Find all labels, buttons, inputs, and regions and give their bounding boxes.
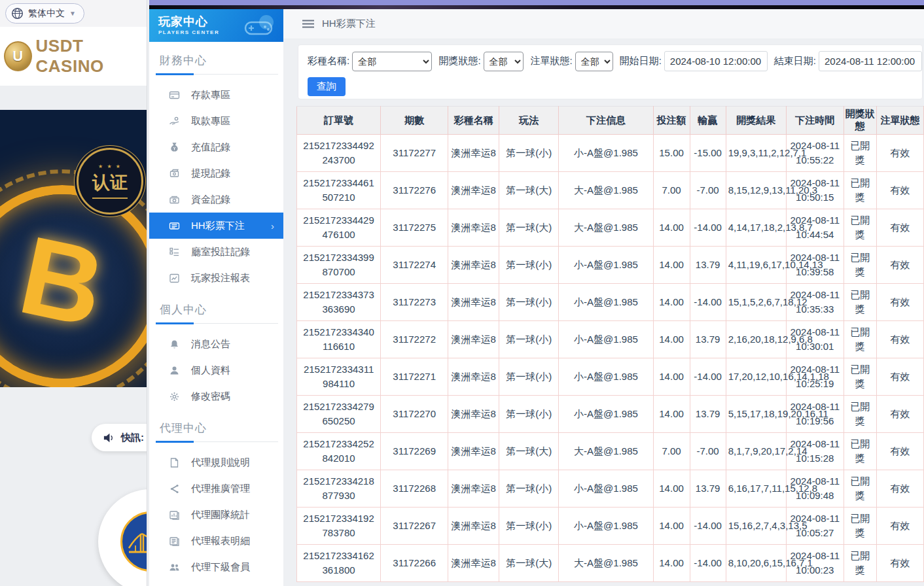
table-cell: -14.00 xyxy=(690,358,726,396)
table-cell: 有效 xyxy=(876,172,923,209)
table-cell: 已開獎 xyxy=(844,470,876,508)
table-cell: 已開獎 xyxy=(844,135,876,172)
coin-logo-icon: U xyxy=(4,41,32,71)
table-cell: 2152172334162361800 xyxy=(297,545,381,582)
hamburger-menu-icon[interactable] xyxy=(302,20,314,28)
table-cell: 有效 xyxy=(876,321,923,358)
cash-icon xyxy=(169,168,180,179)
sidebar-item-moneybag[interactable]: 充值記錄 xyxy=(149,134,283,160)
table-cell: 第一球(大) xyxy=(499,209,559,247)
table-cell: -7.00 xyxy=(690,172,726,209)
sidebar-item-lottery-ticket[interactable]: HH彩票下注› xyxy=(149,213,283,239)
sidebar-item-room-record[interactable]: 廳室投註記錄 xyxy=(149,239,283,265)
sidebar-item-bell[interactable]: 消息公告 xyxy=(149,331,283,357)
player-report-icon xyxy=(169,273,180,284)
table-cell: 第一球(小) xyxy=(499,247,559,284)
sidebar-item-label: 代理下級會員 xyxy=(191,561,250,574)
sidebar-item-cash[interactable]: 提現記錄 xyxy=(149,160,283,186)
bridge-icon xyxy=(120,511,147,572)
table-cell: 13.79 xyxy=(690,321,726,358)
end-date-input[interactable] xyxy=(819,51,922,71)
table-cell: -7.00 xyxy=(690,433,726,470)
sidebar-item-deposit-card[interactable]: 存款專區 xyxy=(149,82,283,108)
table-header-cell: 期數 xyxy=(381,107,448,135)
table-cell: 13.79 xyxy=(690,470,726,508)
sidebar-item-document[interactable]: 代理規則說明 xyxy=(149,449,283,475)
sidebar-item-funds-coin[interactable]: 資金記錄 xyxy=(149,186,283,213)
bets-table-wrap: 訂單號期數彩種名稱玩法下注信息投注額輸贏開獎結果下注時間開獎狀態注單狀態 215… xyxy=(296,106,924,586)
table-cell: 14.00 xyxy=(653,545,690,582)
table-cell: 2152172334492243700 xyxy=(297,135,381,172)
sidebar-item-gear[interactable]: 修改密碼 xyxy=(149,383,283,409)
badge-text: 认证 xyxy=(92,171,128,194)
table-cell: 已開獎 xyxy=(844,508,876,545)
table-cell: 5,15,17,18,19,20,16,11 xyxy=(726,396,786,433)
table-cell: 31172274 xyxy=(381,247,448,284)
table-cell: 2152172334373363690 xyxy=(297,284,381,321)
table-cell: 大-A盤@1.985 xyxy=(559,545,653,582)
draw-status-select[interactable]: 全部 xyxy=(484,52,524,71)
sidebar-item-member-list[interactable]: 會員投註明細 xyxy=(149,580,283,586)
chevron-down-icon: ▼ xyxy=(69,10,76,17)
table-cell: 已開獎 xyxy=(844,321,876,358)
sidebar-item-user[interactable]: 個人資料 xyxy=(149,357,283,383)
table-cell: 澳洲幸运8 xyxy=(448,545,499,582)
sidebar-item-report-detail[interactable]: 代理報表明細 xyxy=(149,528,283,554)
table-cell: 澳洲幸运8 xyxy=(448,321,499,358)
sidebar-item-player-report[interactable]: 玩家投注報表 xyxy=(149,265,283,291)
bitcoin-coin-art: B xyxy=(0,185,147,387)
table-cell: 2152172334218877930 xyxy=(297,470,381,508)
filter-row: 彩種名稱: 全部 開獎狀態: 全部 注單狀態: 全部 開始日期: 結束日期: xyxy=(308,51,922,71)
table-cell: 第一球(小) xyxy=(499,508,559,545)
start-date-label: 開始日期: xyxy=(620,55,662,67)
table-cell: -15.00 xyxy=(690,135,726,172)
sidebar-item-label: 個人資料 xyxy=(191,364,230,377)
table-cell: 有效 xyxy=(876,396,923,433)
bridge-logo-button[interactable] xyxy=(98,489,147,586)
bell-icon xyxy=(169,339,180,350)
table-cell: 8,15,12,9,13,11,20,3 xyxy=(726,172,786,209)
table-cell: 小-A盤@1.985 xyxy=(559,321,653,358)
table-cell: 有效 xyxy=(876,545,923,582)
sidebar-item-share[interactable]: 代理推廣管理 xyxy=(149,475,283,502)
table-cell: 澳洲幸运8 xyxy=(448,508,499,545)
table-cell: 31172266 xyxy=(381,545,448,582)
table-cell: 第一球(小) xyxy=(499,396,559,433)
table-row: 215217233416236180031172266澳洲幸运8第一球(大)大-… xyxy=(297,545,924,582)
gamepad-icon xyxy=(241,14,275,38)
order-status-select[interactable]: 全部 xyxy=(575,52,613,71)
table-header-cell: 訂單號 xyxy=(297,107,381,135)
page-title: HH彩票下注 xyxy=(322,18,376,30)
table-row: 215217233442947610031172275澳洲幸运8第一球(大)大-… xyxy=(297,209,924,247)
table-cell: 已開獎 xyxy=(844,247,876,284)
table-cell: 第一球(小) xyxy=(499,135,559,172)
table-cell: 31172270 xyxy=(381,396,448,433)
news-ticker[interactable]: 快訊: xyxy=(92,424,147,451)
query-button[interactable]: 查詢 xyxy=(308,77,346,96)
lottery-name-label: 彩種名稱: xyxy=(308,55,349,67)
sidebar-item-label: 代理報表明細 xyxy=(191,535,250,547)
language-selector[interactable]: 繁体中文 ▼ xyxy=(5,3,84,24)
language-bar: 繁体中文 ▼ xyxy=(0,0,147,27)
start-date-input[interactable] xyxy=(664,51,768,71)
sidebar-item-members[interactable]: 代理下級會員 xyxy=(149,554,283,580)
filter-panel: 彩種名稱: 全部 開獎狀態: 全部 注單狀態: 全部 開始日期: 結束日期: 查… xyxy=(298,44,923,99)
sidebar-item-label: 修改密碼 xyxy=(191,390,230,403)
table-cell: 澳洲幸运8 xyxy=(448,396,499,433)
table-cell: 14.00 xyxy=(653,247,690,284)
sidebar-item-label: 代理團隊統計 xyxy=(191,509,250,521)
table-cell: 31172267 xyxy=(381,508,448,545)
table-cell: 已開獎 xyxy=(844,545,876,582)
sidebar-item-withdraw-hand[interactable]: 取款專區 xyxy=(149,108,283,134)
lottery-name-select[interactable]: 全部 xyxy=(352,52,432,71)
sidebar-item-team-stats[interactable]: 代理團隊統計 xyxy=(149,502,283,528)
table-cell: 14.00 xyxy=(653,508,690,545)
table-cell: -14.00 xyxy=(690,508,726,545)
casino-logo[interactable]: U USDT CASINO xyxy=(0,27,147,86)
table-cell: 13.79 xyxy=(690,396,726,433)
sidebar-item-label: 取款專區 xyxy=(191,115,230,128)
sidebar-item-label: 代理推廣管理 xyxy=(191,483,250,495)
table-cell: 8,10,20,6,15,16,7,1 xyxy=(726,545,786,582)
table-cell: 澳洲幸运8 xyxy=(448,470,499,508)
members-icon xyxy=(169,562,180,573)
